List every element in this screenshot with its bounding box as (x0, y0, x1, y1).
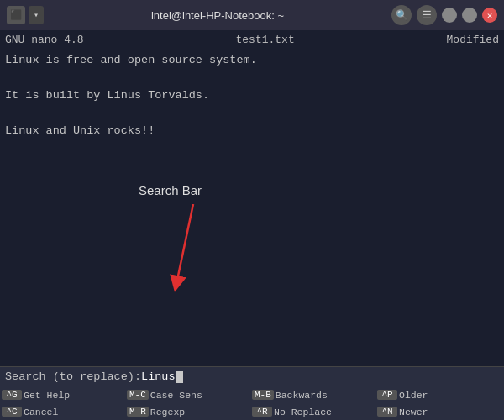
maximize-button[interactable] (462, 8, 477, 23)
editor-line-2 (5, 70, 499, 87)
search-bar-annotation: Search Bar (139, 183, 202, 197)
shortcut-label-newer: Newer (399, 407, 428, 417)
nano-filename: test1.txt (235, 34, 294, 46)
menu-icon: ☰ (423, 9, 432, 22)
editor-line-3: It is built by Linus Torvalds. (5, 87, 499, 105)
shortcut-case-sens[interactable]: M-C Case Sens (127, 390, 252, 401)
shortcut-key-casesens: M-C (127, 390, 149, 400)
svg-line-1 (176, 204, 193, 284)
shortcut-key-noreplace: ^R (252, 407, 272, 417)
shortcut-key-newer: ^N (377, 407, 397, 417)
window-title: intel@intel-HP-Notebook: ~ (44, 9, 391, 22)
nano-container: GNU nano 4.8 test1.txt Modified Linux is… (0, 30, 504, 420)
shortcut-label-older: Older (399, 390, 428, 401)
nano-shortcuts: ^G Get Help M-C Case Sens M-B Backwards … (0, 386, 504, 420)
shortcut-backwards[interactable]: M-B Backwards (252, 390, 377, 401)
shortcut-key-older: ^P (377, 390, 397, 400)
shortcut-row-1: ^G Get Help M-C Case Sens M-B Backwards … (0, 386, 504, 403)
shortcut-label-gethelp: Get Help (24, 390, 70, 401)
shortcut-label-backwards: Backwards (276, 390, 328, 401)
shortcut-cancel[interactable]: ^C Cancel (2, 407, 127, 417)
search-label: Search (to replace): (5, 370, 141, 383)
shortcut-key-regexp: M-R (127, 407, 149, 417)
editor-line-1: Linux is free and open source system. (5, 52, 499, 70)
shortcut-get-help[interactable]: ^G Get Help (2, 390, 127, 401)
search-button[interactable]: 🔍 (391, 5, 412, 25)
shortcut-key-backwards: M-B (252, 390, 274, 400)
title-bar-left: ⬛ ▾ (7, 6, 44, 24)
shortcut-key-cancel: ^C (2, 407, 22, 417)
shortcut-key-gethelp: ^G (2, 390, 22, 400)
dropdown-arrow-icon[interactable]: ▾ (29, 6, 44, 24)
shortcut-newer[interactable]: ^N Newer (377, 407, 502, 417)
close-icon: ✕ (487, 10, 493, 21)
editor-line-4 (5, 105, 499, 123)
shortcut-label-cancel: Cancel (24, 407, 58, 417)
close-button[interactable]: ✕ (482, 8, 497, 23)
nano-editor[interactable]: Linux is free and open source system. It… (0, 49, 504, 366)
nano-status-bar: GNU nano 4.8 test1.txt Modified (0, 30, 504, 49)
shortcut-label-noreplace: No Replace (274, 407, 332, 417)
search-input-value[interactable]: Linus (141, 370, 176, 383)
shortcut-label-regexp: Regexp (150, 407, 185, 417)
editor-line-5: Linux and Unix rocks!! (5, 123, 499, 140)
annotation-arrow (168, 204, 218, 300)
menu-button[interactable]: ☰ (417, 5, 437, 25)
shortcut-older[interactable]: ^P Older (377, 390, 502, 401)
search-cursor (176, 371, 183, 383)
shortcut-row-2: ^C Cancel M-R Regexp ^R No Replace ^N Ne… (0, 403, 504, 420)
shortcut-no-replace[interactable]: ^R No Replace (252, 407, 377, 417)
search-icon: 🔍 (396, 9, 408, 22)
shortcut-label-casesens: Case Sens (150, 390, 202, 401)
terminal-icon: ⬛ (7, 6, 25, 24)
minimize-button[interactable] (442, 8, 457, 23)
nano-version: GNU nano 4.8 (5, 34, 84, 46)
window-controls: 🔍 ☰ ✕ (391, 5, 497, 25)
title-bar: ⬛ ▾ intel@intel-HP-Notebook: ~ 🔍 ☰ ✕ (0, 0, 504, 30)
nano-search-bar[interactable]: Search (to replace): Linus (0, 366, 504, 386)
shortcut-regexp[interactable]: M-R Regexp (127, 407, 252, 417)
nano-modified: Modified (447, 34, 499, 46)
